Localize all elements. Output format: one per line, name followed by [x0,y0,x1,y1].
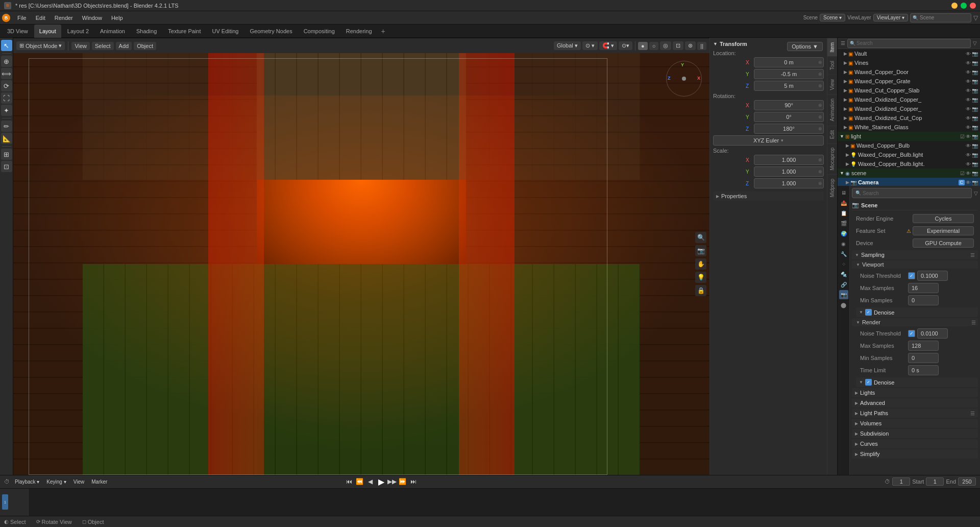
add-workspace-button[interactable]: + [378,27,388,35]
light-icon[interactable]: 💡 [695,272,706,283]
outliner-item-oxidized-1[interactable]: ▶ ▣ Waxed_Oxidized_Copper_ 👁 📷 [838,95,980,104]
feature-set-dropdown[interactable]: Experimental [913,226,974,235]
output-properties-icon[interactable]: 📤 [839,198,848,207]
tab-layout-2[interactable]: Layout 2 [62,25,94,38]
object-mode-dropdown[interactable]: ⊞ Object Mode ▾ [16,41,65,50]
viewlayer-selector[interactable]: ViewLayer ▾ [873,14,908,21]
simplify-section[interactable]: ▶ Simplify [852,449,978,459]
render-noise-checkbox[interactable]: ✓ [908,330,915,337]
outliner-item-copper-grate[interactable]: ▶ ▣ Waxed_Copper_Grate 👁 📷 [838,77,980,86]
play-forward-button[interactable]: ▶▶ [387,477,397,486]
timeline-scrubber[interactable]: 1 1 50 100 150 [0,489,980,516]
subdivision-section[interactable]: ▶ Subdivision [852,429,978,438]
outliner-item-vines[interactable]: ▶ ▣ Vines 👁 📷 [838,58,980,67]
light-paths-section[interactable]: ▶ Light Paths ☰ [852,409,978,418]
zoom-icon[interactable]: 🔍 [695,232,706,243]
tab-edit[interactable]: Edit [827,126,837,143]
view-menu-timeline[interactable]: View [71,478,87,486]
jump-prev-keyframe-button[interactable]: ⏪ [355,477,364,486]
material-icon[interactable]: ⬤ [839,300,848,309]
gizmo-toggle[interactable]: || [697,42,706,50]
tab-3d-view[interactable]: 3D View [2,25,33,38]
outliner-item-white-glass[interactable]: ▶ ▣ White_Stained_Glass 👁 📷 [838,123,980,132]
viewport-shading-wireframe[interactable]: ⊡ [673,41,683,50]
rotation-x-field[interactable]: 90° ⊕ [754,100,824,110]
render-max-value[interactable]: 128 [908,341,939,351]
outliner-item-scene-collection[interactable]: ▼ ◉ scene ☑ 👁 📷 [838,169,980,178]
scale-z-field[interactable]: 1.000 ⊕ [754,178,824,188]
render-subsection[interactable]: ▼ Render ☰ [852,318,978,326]
global-search[interactable]: 🔍 Scene [910,13,971,22]
jump-next-keyframe-button[interactable]: ⏩ [398,477,407,486]
noise-threshold-checkbox[interactable]: ✓ [908,272,915,279]
jump-to-end-button[interactable]: ⏭ [409,477,418,486]
outliner-item-cut-copper-slab[interactable]: ▶ ▣ Waxed_Cut_Copper_Slab 👁 📷 [838,86,980,95]
keying-menu[interactable]: Keying ▾ [44,478,68,486]
gizmo-x-axis[interactable]: X [697,76,700,81]
camera-icon[interactable]: 📷 [695,245,706,256]
gizmo-y-axis[interactable]: Y [681,62,684,67]
minimize-button[interactable] [951,3,958,9]
viewport-overlays[interactable]: ⊛ [685,41,696,50]
object-menu[interactable]: Object [134,42,156,50]
viewport-gizmo[interactable]: X Y Z [664,58,704,99]
menu-help[interactable]: Help [107,14,127,22]
tab-shading[interactable]: Shading [131,25,162,38]
tab-animation-side[interactable]: Animation [827,94,837,125]
tab-layout[interactable]: Layout [34,25,61,38]
measure-tool[interactable]: 📐 [1,133,12,144]
viewport-shading-rendered[interactable]: ◎ [660,41,671,50]
menu-render[interactable]: Render [51,14,77,22]
close-button[interactable] [970,3,976,9]
scene-properties-icon[interactable]: 🎬 [839,219,848,228]
object-properties-icon[interactable]: ◉ [839,239,848,248]
menu-window[interactable]: Window [78,14,106,22]
add-tool-2[interactable]: ⊡ [1,161,12,172]
device-dropdown[interactable]: GPU Compute [913,238,974,248]
outliner-item-oxidized-cut[interactable]: ▶ ▣ Waxed_Oxidized_Cut_Cop 👁 📷 [838,113,980,123]
rotation-y-field[interactable]: 0° ⊕ [754,112,824,122]
end-frame-field[interactable]: 250 [958,477,976,486]
tab-geometry-nodes[interactable]: Geometry Nodes [244,25,297,38]
outliner-filter-icon[interactable]: ▽ [973,40,977,46]
outliner-item-copper-door[interactable]: ▶ ▣ Waxed_Copper_Door 👁 📷 [838,67,980,77]
menu-file[interactable]: File [13,14,31,22]
viewport-canvas-area[interactable]: X Y Z 🔍 📷 ✋ 💡 🔒 [13,53,709,475]
sampling-menu-icon[interactable]: ☰ [970,252,975,258]
advanced-section[interactable]: ▶ Advanced [852,398,978,408]
light-paths-menu[interactable]: ☰ [970,411,975,416]
outliner-item-oxidized-2[interactable]: ▶ ▣ Waxed_Oxidized_Copper_ 👁 📷 [838,104,980,113]
tab-view[interactable]: View [827,75,837,94]
viewport-subsection[interactable]: ▼ Viewport [852,260,978,269]
modifier-icon[interactable]: 🔧 [839,249,848,258]
annotate-tool[interactable]: ✏ [1,121,12,132]
props-filter-icon[interactable]: ▽ [974,190,978,196]
location-z-field[interactable]: 5 m ⊕ [754,81,824,91]
scale-x-field[interactable]: 1.000 ⊕ [754,155,824,165]
sampling-header[interactable]: ▼ Sampling ☰ [852,250,978,259]
proportional-editing[interactable]: ⊙▾ [619,41,632,50]
viewport-shading-solid[interactable]: ● [638,42,648,50]
vault-vis-icon[interactable]: 👁 [966,51,971,57]
frame-handle[interactable]: 1 [2,494,8,510]
view-layer-icon[interactable]: 📋 [839,208,848,218]
tab-rendering[interactable]: Rendering [341,25,377,38]
data-icon[interactable]: 📷 [839,290,848,299]
render-denoise-row[interactable]: ▼ ✓ Denoise [856,377,978,387]
move-tool[interactable]: ⟺ [1,68,12,79]
viewport-shading-material[interactable]: ○ [649,42,659,50]
render-denoise-checkbox[interactable]: ✓ [865,379,872,386]
gizmo-z-axis[interactable]: Z [668,76,671,81]
vines-vis-icon[interactable]: 👁 [966,60,971,66]
hand-icon[interactable]: ✋ [695,258,706,270]
vines-render-icon[interactable]: 📷 [972,60,978,66]
current-frame-field[interactable]: 1 [892,477,910,486]
rotation-mode-dropdown[interactable]: XYZ Euler ▾ [713,135,824,146]
render-min-value[interactable]: 0 [908,353,939,363]
add-menu[interactable]: Add [116,42,132,50]
outliner-item-copper-bulb-light-2[interactable]: ▶ 💡 Waxed_Copper_Bulb.light. 👁 📷 [838,159,980,169]
tab-texture-paint[interactable]: Texture Paint [163,25,206,38]
rotate-tool[interactable]: ⟳ [1,80,12,91]
play-reverse-button[interactable]: ◀ [366,477,375,486]
pivot-center[interactable]: ⊙ ▾ [582,41,598,50]
